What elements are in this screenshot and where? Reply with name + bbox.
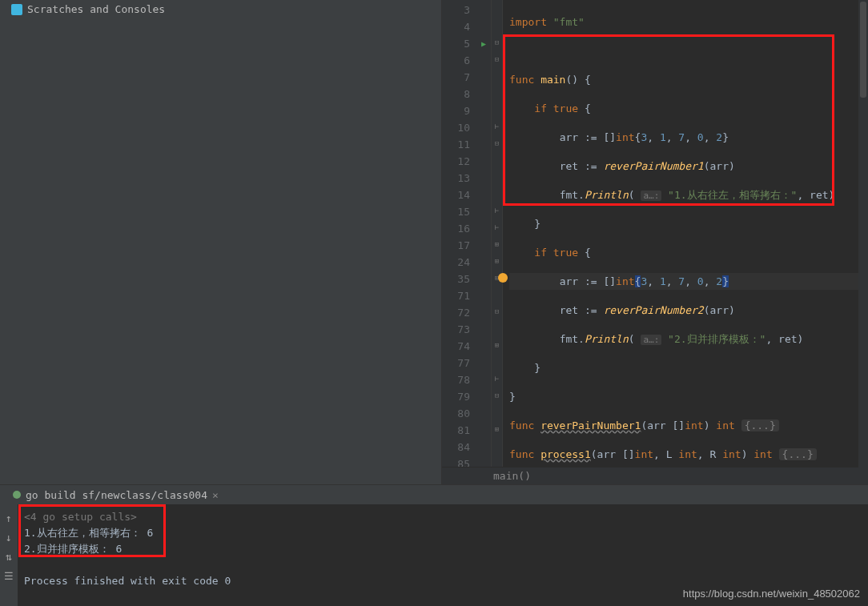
rerun-icon[interactable]: ↑ <box>3 512 14 524</box>
line-number[interactable]: 77 <box>442 355 491 371</box>
scratches-icon <box>11 4 22 15</box>
console-line: 1.从右往左，相等拷右： 6 <box>24 525 862 541</box>
scrollbar-thumb[interactable] <box>860 2 866 98</box>
line-number[interactable]: 5 <box>442 35 491 52</box>
line-number[interactable]: 85 <box>442 456 491 467</box>
line-number[interactable]: 7 <box>442 69 491 86</box>
line-number[interactable]: 8 <box>442 86 491 102</box>
run-tab-label: go build sf/newclass/class004 <box>26 489 207 501</box>
line-number[interactable]: 73 <box>442 321 491 338</box>
intention-bulb-icon[interactable] <box>498 273 508 283</box>
editor-scrollbar[interactable] <box>858 0 868 484</box>
line-number[interactable]: 80 <box>442 405 491 422</box>
scratches-label: Scratches and Consoles <box>27 3 165 15</box>
line-number[interactable]: 4 <box>442 18 491 35</box>
scratches-and-consoles-node[interactable]: Scratches and Consoles <box>0 0 441 18</box>
line-number[interactable]: 17 <box>442 237 491 254</box>
console-line: Process finished with exit code 0 <box>24 573 862 589</box>
project-tool-window[interactable]: Scratches and Consoles <box>0 0 442 484</box>
line-number[interactable]: 13 <box>442 170 491 187</box>
line-number[interactable]: 14 <box>442 187 491 203</box>
line-number[interactable]: 74 <box>442 338 491 355</box>
run-tab[interactable]: go build sf/newclass/class004 × <box>8 488 223 503</box>
run-toolbar: ↑ ↓ ⇅ ☰ <box>0 504 18 606</box>
console-line: 2.归并排序模板： 6 <box>24 541 862 557</box>
line-number[interactable]: 3 <box>442 2 491 18</box>
editor-pane: 3 4 5 6 7 8 9 10 11 12 13 14 15 16 17 24… <box>442 0 868 484</box>
line-number-gutter[interactable]: 3 4 5 6 7 8 9 10 11 12 13 14 15 16 17 24… <box>442 0 492 467</box>
settings-icon[interactable]: ⇅ <box>3 551 14 562</box>
line-number[interactable]: 16 <box>442 220 491 237</box>
close-icon[interactable]: × <box>212 489 219 501</box>
line-number[interactable]: 72 <box>442 304 491 321</box>
pin-icon[interactable]: ☰ <box>3 570 14 581</box>
stop-icon[interactable]: ↓ <box>3 532 14 543</box>
line-number[interactable]: 35 <box>442 271 491 287</box>
line-number[interactable]: 11 <box>442 136 491 153</box>
fold-column[interactable]: ⊟⊟ ⊢ ⊟ ⊢⊢ ⊞⊞⊞ ⊟ ⊞ ⊢ ⊟ ⊞ <box>492 0 503 467</box>
line-number[interactable]: 84 <box>442 439 491 456</box>
breadcrumb[interactable]: main() <box>442 467 868 484</box>
line-number[interactable]: 6 <box>442 52 491 69</box>
line-number[interactable]: 71 <box>442 287 491 304</box>
line-number[interactable]: 78 <box>442 371 491 388</box>
line-number[interactable]: 12 <box>442 153 491 170</box>
console-line <box>24 557 862 573</box>
line-number[interactable]: 79 <box>442 388 491 405</box>
run-ok-icon <box>13 491 21 499</box>
line-number[interactable]: 9 <box>442 102 491 119</box>
watermark: https://blog.csdn.net/weixin_48502062 <box>683 588 860 600</box>
console-line: <4 go setup calls> <box>24 509 862 525</box>
line-number[interactable]: 24 <box>442 254 491 271</box>
line-number[interactable]: 81 <box>442 422 491 439</box>
line-number[interactable]: 15 <box>442 203 491 220</box>
line-number[interactable]: 10 <box>442 119 491 136</box>
run-tabs: go build sf/newclass/class004 × <box>0 485 868 504</box>
code-editor[interactable]: import "fmt" func main() { if true { arr… <box>503 0 868 467</box>
